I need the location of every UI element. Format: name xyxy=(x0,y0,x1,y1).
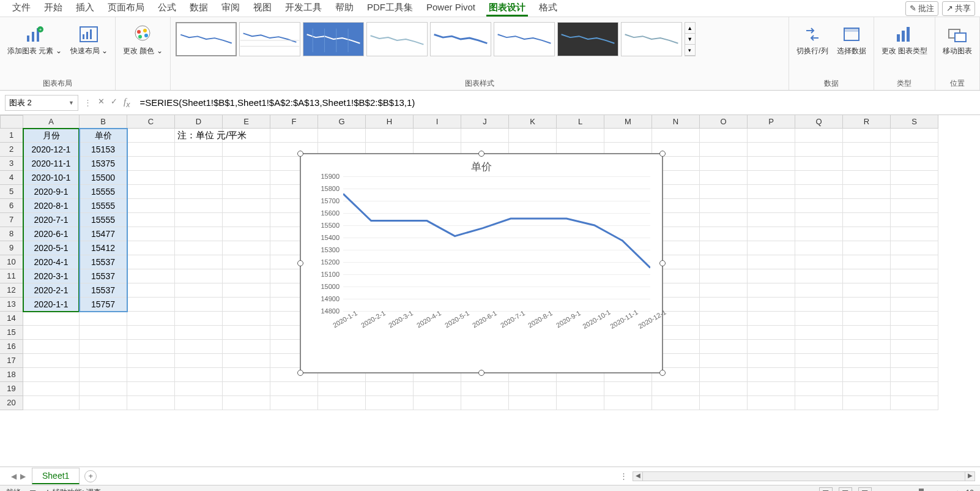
col-header-N[interactable]: N xyxy=(652,115,700,129)
menu-item-3[interactable]: 页面布局 xyxy=(105,1,147,17)
cell-M1[interactable] xyxy=(604,129,652,143)
cell-Q14[interactable] xyxy=(795,312,843,326)
cell-E1[interactable] xyxy=(223,129,270,143)
cell-B4[interactable]: 15500 xyxy=(80,171,127,185)
cell-R13[interactable] xyxy=(843,298,891,312)
cell-E18[interactable] xyxy=(223,368,270,382)
cell-B14[interactable] xyxy=(80,312,127,326)
cell-G1[interactable] xyxy=(318,129,366,143)
cell-M19[interactable] xyxy=(604,382,652,396)
cell-Q9[interactable] xyxy=(795,241,843,255)
cell-A19[interactable] xyxy=(23,382,80,396)
view-page-layout-button[interactable]: ▤ xyxy=(839,487,852,492)
cell-S17[interactable] xyxy=(891,354,938,368)
cell-A10[interactable]: 2020-4-1 xyxy=(23,255,80,269)
cell-D15[interactable] xyxy=(175,326,223,340)
cell-B15[interactable] xyxy=(80,326,127,340)
cell-D20[interactable] xyxy=(175,396,223,410)
zoom-level[interactable]: 10 xyxy=(966,489,974,492)
cell-P10[interactable] xyxy=(748,255,795,269)
cell-B5[interactable]: 15555 xyxy=(80,185,127,199)
cell-C3[interactable] xyxy=(127,157,175,171)
cell-O20[interactable] xyxy=(700,396,748,410)
chart-style-4[interactable] xyxy=(366,22,428,56)
cell-A17[interactable] xyxy=(23,354,80,368)
resize-handle[interactable] xyxy=(297,370,303,376)
accept-formula-icon[interactable]: ✓ xyxy=(111,97,117,109)
cell-O11[interactable] xyxy=(700,269,748,283)
cell-S4[interactable] xyxy=(891,171,938,185)
col-header-P[interactable]: P xyxy=(748,115,795,129)
cell-S6[interactable] xyxy=(891,199,938,213)
cell-A16[interactable] xyxy=(23,340,80,354)
cell-R5[interactable] xyxy=(843,185,891,199)
cell-A11[interactable]: 2020-3-1 xyxy=(23,269,80,283)
row-header-2[interactable]: 2 xyxy=(0,143,23,157)
cell-C9[interactable] xyxy=(127,241,175,255)
col-header-H[interactable]: H xyxy=(366,115,414,129)
cell-C2[interactable] xyxy=(127,143,175,157)
cell-D2[interactable] xyxy=(175,143,223,157)
cell-S1[interactable] xyxy=(891,129,938,143)
col-header-I[interactable]: I xyxy=(414,115,461,129)
cell-J19[interactable] xyxy=(461,382,509,396)
cell-Q2[interactable] xyxy=(795,143,843,157)
cell-H19[interactable] xyxy=(366,382,414,396)
cell-D5[interactable] xyxy=(175,185,223,199)
col-header-O[interactable]: O xyxy=(700,115,748,129)
cell-J20[interactable] xyxy=(461,396,509,410)
cell-Q20[interactable] xyxy=(795,396,843,410)
view-normal-button[interactable]: ▦ xyxy=(819,487,833,492)
cell-S13[interactable] xyxy=(891,298,938,312)
cell-O9[interactable] xyxy=(700,241,748,255)
cell-F20[interactable] xyxy=(270,396,318,410)
cell-E12[interactable] xyxy=(223,283,270,298)
resize-handle[interactable] xyxy=(478,370,484,376)
cell-B6[interactable]: 15555 xyxy=(80,199,127,213)
cell-Q16[interactable] xyxy=(795,340,843,354)
cell-S12[interactable] xyxy=(891,283,938,298)
cell-C1[interactable] xyxy=(127,129,175,143)
cell-E11[interactable] xyxy=(223,269,270,283)
cell-R15[interactable] xyxy=(843,326,891,340)
col-header-A[interactable]: A xyxy=(23,115,80,129)
cell-H1[interactable] xyxy=(366,129,414,143)
cell-S19[interactable] xyxy=(891,382,938,396)
cell-A8[interactable]: 2020-6-1 xyxy=(23,227,80,241)
formula-input[interactable]: =SERIES(Sheet1!$B$1,Sheet1!$A$2:$A$13,Sh… xyxy=(135,97,980,108)
cell-E5[interactable] xyxy=(223,185,270,199)
menu-item-8[interactable]: 开发工具 xyxy=(283,1,324,17)
cell-J1[interactable] xyxy=(461,129,509,143)
cell-E4[interactable] xyxy=(223,171,270,185)
cell-P18[interactable] xyxy=(748,368,795,382)
col-header-Q[interactable]: Q xyxy=(795,115,843,129)
col-header-L[interactable]: L xyxy=(557,115,604,129)
cell-D4[interactable] xyxy=(175,171,223,185)
cell-R19[interactable] xyxy=(843,382,891,396)
menu-item-6[interactable]: 审阅 xyxy=(219,1,242,17)
cell-Q13[interactable] xyxy=(795,298,843,312)
cell-O10[interactable] xyxy=(700,255,748,269)
cell-O19[interactable] xyxy=(700,382,748,396)
cell-E13[interactable] xyxy=(223,298,270,312)
menu-item-9[interactable]: 帮助 xyxy=(333,1,356,17)
chart-style-2[interactable] xyxy=(239,22,300,56)
col-header-G[interactable]: G xyxy=(318,115,366,129)
cell-A6[interactable]: 2020-8-1 xyxy=(23,199,80,213)
cell-B9[interactable]: 15412 xyxy=(80,241,127,255)
col-header-M[interactable]: M xyxy=(604,115,652,129)
cell-S18[interactable] xyxy=(891,368,938,382)
cell-D8[interactable] xyxy=(175,227,223,241)
switch-row-col-button[interactable]: 切换行/列 xyxy=(794,22,830,56)
cell-S9[interactable] xyxy=(891,241,938,255)
cell-D3[interactable] xyxy=(175,157,223,171)
select-all-corner[interactable] xyxy=(0,115,23,129)
cell-C7[interactable] xyxy=(127,213,175,227)
cell-N20[interactable] xyxy=(652,396,700,410)
cell-C20[interactable] xyxy=(127,396,175,410)
cell-C19[interactable] xyxy=(127,382,175,396)
cell-N19[interactable] xyxy=(652,382,700,396)
cell-C15[interactable] xyxy=(127,326,175,340)
row-header-9[interactable]: 9 xyxy=(0,241,23,255)
cell-R9[interactable] xyxy=(843,241,891,255)
